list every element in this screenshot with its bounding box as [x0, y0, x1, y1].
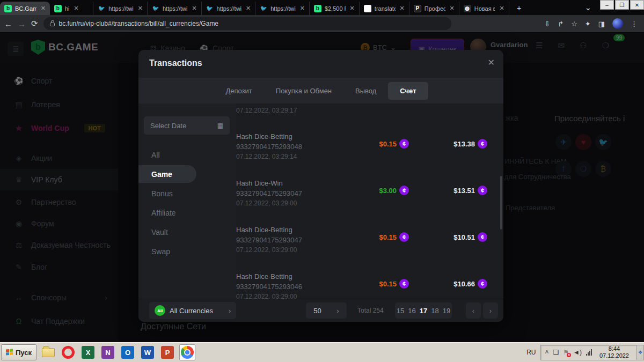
modal-footer: All All Currencies › 50 › Total 254 15 1…: [138, 299, 503, 322]
url-text: bc.fun/ru/vip-club#/transactions/bill/al…: [59, 20, 218, 27]
p-icon: P: [414, 5, 421, 12]
modal-close-icon[interactable]: ✕: [488, 57, 495, 68]
tab-hi[interactable]: hi✕: [50, 2, 93, 15]
tab-close-icon[interactable]: ✕: [399, 5, 405, 12]
table-row-partial: 07.12.2022, 03:29:17: [236, 106, 488, 116]
tab-withdraw[interactable]: Вывод: [343, 82, 388, 100]
tab-promo[interactable]: $2,500 Pre✕: [310, 2, 360, 15]
opera-icon: ◍: [464, 5, 471, 12]
taskbar-outlook[interactable]: O: [120, 344, 136, 360]
taskbar-onenote[interactable]: N: [100, 344, 116, 360]
tab-bcgame[interactable]: BC.Game:✕: [0, 2, 50, 15]
browser-tab-bar: BC.Game:✕ hi✕ 🐦https://twi✕ 🐦https://twi…: [0, 0, 644, 15]
select-date-button[interactable]: Select Date ▦: [144, 116, 230, 135]
filter-vault[interactable]: Vault: [151, 228, 168, 237]
bookmark-star-icon[interactable]: ☆: [571, 20, 577, 28]
onenote-icon: N: [101, 346, 114, 359]
transaction-list: 07.12.2022, 03:29:17 Hash Dice-Betting 9…: [236, 104, 503, 299]
bcd-coin-icon: ¢: [399, 232, 409, 242]
scrollbar-thumb[interactable]: [500, 176, 502, 230]
close-button[interactable]: ✕: [630, 0, 644, 10]
tab-translate[interactable]: Gtranslate -✕: [360, 2, 409, 15]
taskbar-word[interactable]: W: [140, 344, 156, 360]
bcd-coin-icon: ¢: [478, 186, 487, 195]
twitter-icon: 🐦: [152, 5, 159, 12]
taskbar-powerpoint[interactable]: P: [159, 344, 175, 360]
extensions-puzzle-icon[interactable]: ✦: [585, 20, 591, 28]
page-15[interactable]: 15: [397, 307, 404, 315]
side-panel-icon[interactable]: ◨: [598, 20, 605, 28]
volume-icon[interactable]: ◄): [573, 349, 582, 356]
all-currencies-button[interactable]: All All Currencies ›: [149, 302, 236, 319]
action-center-flag-icon[interactable]: ⚑: [563, 349, 569, 356]
install-icon[interactable]: ⇩: [544, 20, 550, 28]
profile-avatar[interactable]: [612, 18, 623, 29]
network-signal-icon[interactable]: [586, 349, 592, 356]
tab-newtab-page[interactable]: ◍Новая вк✕: [459, 2, 509, 15]
twitter-icon: 🐦: [98, 5, 105, 12]
tab-close-icon[interactable]: ✕: [245, 5, 251, 12]
filter-affiliate[interactable]: Affiliate: [151, 209, 176, 217]
table-row: Hash Dice-Win 93327904175293047 07.12.20…: [236, 178, 488, 209]
tab-buy-swap[interactable]: Покупка и Обмен: [264, 82, 343, 100]
clipboard-icon[interactable]: ❏: [553, 349, 559, 356]
tab-close-icon[interactable]: ✕: [72, 5, 78, 12]
modal-body: Select Date ▦ All Game Bonus Affiliate V…: [138, 104, 503, 299]
tab-twitter-3[interactable]: 🐦https://twi✕: [202, 2, 256, 15]
minimize-button[interactable]: –: [600, 0, 614, 10]
tab-twitter-2[interactable]: 🐦https://twi✕: [148, 2, 202, 15]
tab-close-icon[interactable]: ✕: [349, 5, 355, 12]
tray-expand-icon[interactable]: ˄: [545, 349, 549, 356]
tab-professional[interactable]: PПрофесси✕: [409, 2, 459, 15]
start-button[interactable]: Пуск: [1, 344, 36, 360]
screen: BC.Game:✕ hi✕ 🐦https://twi✕ 🐦https://twi…: [0, 0, 644, 362]
filter-all[interactable]: All: [151, 151, 160, 159]
filter-bonus[interactable]: Bonus: [151, 189, 173, 198]
tab-close-icon[interactable]: ✕: [498, 5, 504, 12]
reload-icon[interactable]: ⟳: [31, 19, 38, 28]
tab-close-icon[interactable]: ✕: [40, 5, 46, 12]
twitter-icon: 🐦: [206, 5, 214, 12]
page-16[interactable]: 16: [408, 307, 415, 315]
share-icon[interactable]: ↱: [558, 20, 564, 28]
taskbar-opera[interactable]: [60, 344, 76, 360]
tab-close-icon[interactable]: ✕: [299, 5, 305, 12]
address-bar[interactable]: bc.fun/ru/vip-club#/transactions/bill/al…: [43, 17, 451, 30]
bcd-coin-icon: ¢: [478, 232, 487, 242]
tray-icons: ˄ ❏ ⚑ ◄) 8:44 07.12.2022: [540, 345, 636, 360]
restore-button[interactable]: ❐: [615, 0, 629, 10]
transactions-modal: Transactions ✕ Депозит Покупка и Обмен В…: [138, 50, 503, 322]
filter-game[interactable]: Game: [151, 170, 172, 179]
language-indicator[interactable]: RU: [522, 349, 540, 356]
bcd-coin-icon: ¢: [478, 139, 487, 149]
show-desktop-button[interactable]: ❖: [636, 345, 644, 360]
tab-deposit[interactable]: Депозит: [214, 82, 264, 100]
page-17-current[interactable]: 17: [420, 307, 427, 315]
filter-panel: Select Date ▦ All Game Bonus Affiliate V…: [138, 104, 236, 299]
tab-close-icon[interactable]: ✕: [191, 5, 196, 12]
total-count: Total 254: [357, 307, 384, 314]
tray-clock[interactable]: 8:44 07.12.2022: [596, 345, 632, 359]
tab-search-chevron-icon[interactable]: ⌄: [577, 3, 599, 12]
back-icon[interactable]: ←: [4, 19, 12, 28]
tab-bill[interactable]: Счет: [388, 82, 428, 100]
page-size-selector[interactable]: 50 ›: [306, 302, 347, 319]
new-tab-button[interactable]: +: [509, 3, 529, 12]
taskbar-excel[interactable]: X: [80, 344, 96, 360]
windows-logo-icon: [6, 349, 13, 356]
forward-icon[interactable]: →: [18, 19, 26, 28]
page-18[interactable]: 18: [431, 307, 438, 315]
prev-page-button[interactable]: ‹: [466, 302, 481, 319]
next-page-button[interactable]: ›: [483, 302, 498, 319]
tab-close-icon[interactable]: ✕: [137, 5, 143, 12]
tab-twitter-4[interactable]: 🐦https://twi✕: [255, 2, 310, 15]
page-19[interactable]: 19: [443, 307, 450, 315]
tab-close-icon[interactable]: ✕: [449, 5, 455, 12]
taskbar-chrome-active[interactable]: [179, 344, 195, 360]
chevron-right-icon: ›: [336, 307, 339, 315]
menu-dots-icon[interactable]: ⋮: [631, 20, 638, 28]
filter-swap[interactable]: Swap: [151, 247, 170, 256]
twitter-icon: 🐦: [260, 5, 267, 12]
tab-twitter-1[interactable]: 🐦https://twi✕: [93, 2, 148, 15]
taskbar-file-explorer[interactable]: [40, 344, 56, 360]
